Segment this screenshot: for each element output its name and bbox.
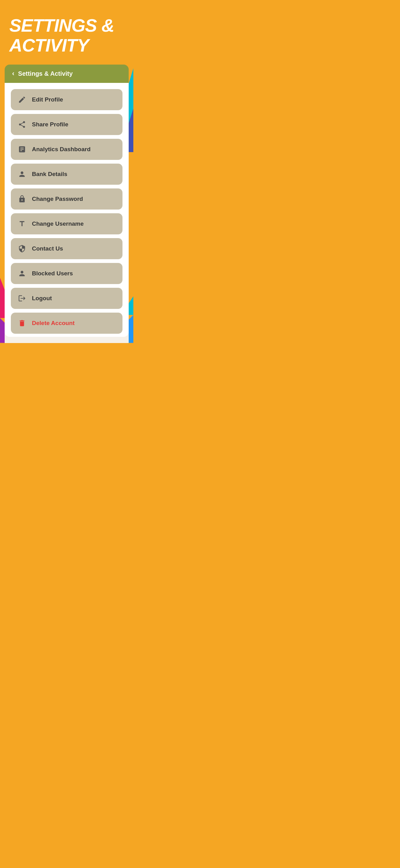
text-t-icon: [17, 219, 27, 229]
menu-item-change-password-label: Change Password: [32, 195, 83, 203]
page-header: SETTINGS & ACTIVITY: [0, 0, 133, 65]
menu-item-edit-profile[interactable]: Edit Profile: [11, 89, 123, 110]
menu-item-change-username-label: Change Username: [32, 220, 84, 227]
menu-item-share-profile[interactable]: Share Profile: [11, 114, 123, 135]
card-title: Settings & Activity: [18, 70, 72, 77]
menu-item-analytics-label: Analytics Dashboard: [32, 146, 91, 153]
menu-item-contact-us-label: Contact Us: [32, 245, 63, 252]
share-icon: [17, 120, 27, 129]
menu-item-logout-label: Logout: [32, 295, 52, 302]
page-title: SETTINGS & ACTIVITY: [9, 16, 124, 55]
pencil-icon: [17, 95, 27, 104]
logout-icon: [17, 293, 27, 303]
menu-item-change-username[interactable]: Change Username: [11, 213, 123, 235]
analytics-icon: [17, 144, 27, 154]
menu-item-contact-us[interactable]: Contact Us: [11, 238, 123, 259]
settings-card: ‹ Settings & Activity Edit Profile: [5, 65, 129, 343]
lock-icon: [17, 194, 27, 204]
menu-item-delete-account-label: Delete Account: [32, 320, 75, 327]
menu-item-edit-profile-label: Edit Profile: [32, 96, 63, 103]
menu-item-delete-account[interactable]: Delete Account: [11, 313, 123, 334]
shield-icon: [17, 244, 27, 254]
menu-list: Edit Profile Share Profile Analyti: [5, 83, 129, 337]
card-header: ‹ Settings & Activity: [5, 65, 129, 83]
menu-item-change-password[interactable]: Change Password: [11, 188, 123, 210]
block-user-icon: [17, 269, 27, 278]
menu-item-blocked-users-label: Blocked Users: [32, 270, 73, 277]
person-card-icon: [17, 169, 27, 179]
page-wrapper: SETTINGS & ACTIVITY ‹ Settings & Activit…: [0, 0, 133, 343]
trash-icon: [17, 318, 27, 328]
menu-item-logout[interactable]: Logout: [11, 288, 123, 309]
menu-item-blocked-users[interactable]: Blocked Users: [11, 263, 123, 284]
back-button[interactable]: ‹: [12, 70, 14, 77]
menu-item-bank-details[interactable]: Bank Details: [11, 164, 123, 185]
menu-item-share-profile-label: Share Profile: [32, 121, 68, 128]
menu-item-analytics-dashboard[interactable]: Analytics Dashboard: [11, 139, 123, 160]
menu-item-bank-details-label: Bank Details: [32, 171, 67, 178]
